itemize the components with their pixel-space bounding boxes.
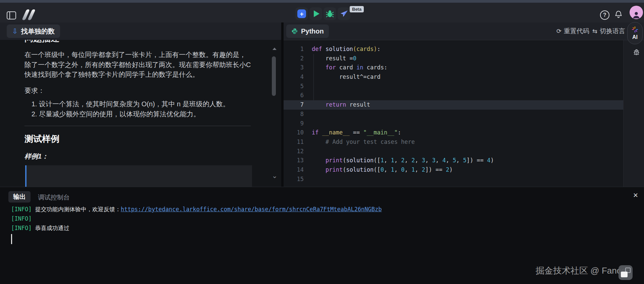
tab-debug-console[interactable]: 调试控制台 xyxy=(38,193,70,202)
requirement-item: 设计一个算法，使其时间复杂度为 O(n)，其中 n 是班级的人数。 xyxy=(39,99,260,109)
switch-language-button[interactable]: ⇆ 切换语言 xyxy=(592,27,625,36)
close-icon[interactable]: ✕ xyxy=(633,191,638,199)
code-token xyxy=(312,157,326,164)
code-token: ( xyxy=(343,166,346,173)
line-number[interactable]: 7 xyxy=(284,100,312,110)
ai-assistant-button[interactable]: AI xyxy=(627,22,643,44)
debug-button[interactable] xyxy=(324,7,336,20)
console-text: [INFO] xyxy=(11,225,32,231)
console-text: [INFO] xyxy=(11,206,32,213)
problem-tab[interactable]: ⇩ 找单独的数 xyxy=(7,24,60,38)
code-token: : xyxy=(398,129,401,136)
code-line[interactable]: 3 for card in cards: xyxy=(284,63,623,72)
code-token: result xyxy=(346,101,370,108)
code-line[interactable]: 12 xyxy=(284,147,623,156)
code-token: : xyxy=(377,46,381,52)
code-line[interactable]: 14 print(solution([0, 1, 0, 1, 2]) == 2) xyxy=(284,165,623,175)
sidebar-toggle-icon[interactable] xyxy=(7,11,16,19)
code-line[interactable]: 2 result =0 xyxy=(284,54,623,63)
code-line[interactable]: 5 xyxy=(284,82,623,91)
code-token: , xyxy=(415,166,422,173)
new-file-button[interactable]: + xyxy=(295,7,308,20)
code-editor[interactable]: 1def solution(cards):2 result =03 for ca… xyxy=(284,40,623,187)
code-token: 2 xyxy=(401,157,404,164)
language-tab-python[interactable]: Python xyxy=(286,24,329,38)
python-icon xyxy=(291,28,298,35)
debug-panel-icon[interactable] xyxy=(633,49,640,58)
console-line: [INFO] 提交功能内测体验中，欢迎反馈：https://bytedance.… xyxy=(11,205,382,214)
code-token: , xyxy=(394,166,401,173)
code-line[interactable]: 8 xyxy=(284,110,623,119)
console-link[interactable]: https://bytedance.larkoffice.com/share/b… xyxy=(121,206,382,213)
requirement-item: 尽量减少额外空间的使用，以体现你的算法优化能力。 xyxy=(39,109,260,119)
code-token xyxy=(312,101,326,108)
console-log: [INFO] 提交功能内测体验中，欢迎反馈：https://bytedance.… xyxy=(11,205,382,247)
scrollbar-thumb[interactable] xyxy=(272,56,276,96)
notification-bell-icon[interactable] xyxy=(614,10,623,20)
code-token: 1 xyxy=(381,157,384,164)
download-arrow-icon: ⇩ xyxy=(12,28,18,35)
code-token: 1 xyxy=(391,166,394,173)
scrollbar-up-arrow[interactable] xyxy=(273,48,277,50)
code-token: , xyxy=(446,157,452,164)
reset-code-button[interactable]: ⟳ 重置代码 xyxy=(556,27,589,36)
paper-plane-icon xyxy=(340,9,348,18)
code-line[interactable]: 7 return result xyxy=(284,100,623,110)
code-line[interactable]: 6 xyxy=(284,91,623,100)
code-token: for xyxy=(326,64,336,71)
test-samples-heading: 测试样例 xyxy=(24,133,59,145)
code-token: solution xyxy=(326,46,353,52)
problem-description: 在一个班级中，每位同学都拿到了一张卡片，上面有一个整数。有趣的是，除了一个数字之… xyxy=(24,50,251,80)
line-number[interactable]: 5 xyxy=(284,82,312,91)
line-number[interactable]: 2 xyxy=(284,54,312,63)
line-number[interactable]: 6 xyxy=(284,91,312,100)
code-token: , xyxy=(394,157,401,164)
code-line[interactable]: 11 # Add your test cases here xyxy=(284,137,623,147)
requirement-label: 要求： xyxy=(24,86,45,95)
line-number[interactable]: 9 xyxy=(284,119,312,128)
submit-button[interactable] xyxy=(338,7,350,20)
code-token: cards: xyxy=(363,64,388,71)
requirement-list: 设计一个算法，使其时间复杂度为 O(n)，其中 n 是班级的人数。 尽量减少额外… xyxy=(24,99,260,119)
code-line[interactable]: 13 print(solution([1, 1, 2, 2, 3, 3, 4, … xyxy=(284,156,623,165)
line-number[interactable]: 13 xyxy=(284,156,312,165)
code-line[interactable]: 15 xyxy=(284,175,623,184)
user-avatar[interactable] xyxy=(630,6,643,19)
code-token: 4 xyxy=(442,157,446,164)
problem-heading: 问题描述 xyxy=(24,40,59,44)
code-token: ) xyxy=(449,166,453,173)
line-number[interactable]: 15 xyxy=(284,175,312,184)
line-number[interactable]: 3 xyxy=(284,63,312,72)
code-line[interactable]: 9 xyxy=(284,119,623,128)
marscode-logo[interactable] xyxy=(21,9,37,20)
line-number[interactable]: 10 xyxy=(284,128,312,137)
code-token xyxy=(318,129,322,136)
code-token: 0 xyxy=(381,166,384,173)
line-number[interactable]: 8 xyxy=(284,110,312,119)
code-line[interactable]: 1def solution(cards): xyxy=(284,45,623,54)
line-number[interactable]: 4 xyxy=(284,72,312,82)
console-text: 提交功能内测体验中，欢迎反馈： xyxy=(32,206,120,213)
code-token: 3 xyxy=(432,157,435,164)
code-token: ( xyxy=(353,46,356,52)
code-token: 2 xyxy=(411,157,415,164)
code-line[interactable]: 4 result^=card xyxy=(284,72,623,82)
code-token xyxy=(322,46,326,52)
code-token: print xyxy=(326,157,343,164)
line-number[interactable]: 1 xyxy=(284,45,312,54)
code-token: == xyxy=(350,129,363,136)
run-button[interactable] xyxy=(309,7,322,20)
code-token: ([ xyxy=(374,166,380,173)
editor-header: Python ⟳ 重置代码 ⇆ 切换语言 xyxy=(284,22,644,40)
line-number[interactable]: 11 xyxy=(284,137,312,147)
problem-description-panel[interactable]: 问题描述 在一个班级中，每位同学都拿到了一张卡片，上面有一个整数。有趣的是，除了… xyxy=(0,40,281,187)
code-line[interactable]: 10if __name__ == "__main__": xyxy=(284,128,623,137)
line-number[interactable]: 14 xyxy=(284,165,312,175)
help-icon[interactable]: ? xyxy=(600,10,609,20)
code-token: cards xyxy=(356,46,374,52)
line-number[interactable]: 12 xyxy=(284,147,312,156)
tab-output[interactable]: 输出 xyxy=(8,191,31,203)
scroll-down-icon[interactable]: ⌄ xyxy=(272,172,278,180)
code-token: , xyxy=(404,157,411,164)
text-cursor[interactable] xyxy=(11,234,12,244)
